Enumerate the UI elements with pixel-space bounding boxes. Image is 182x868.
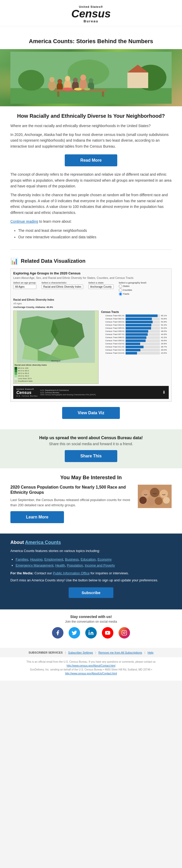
legend-item: Less than 20.0 xyxy=(14,377,97,380)
linkedin-icon[interactable] xyxy=(85,627,97,639)
facebook-icon[interactable] xyxy=(52,627,63,639)
bar-row: Census Tract 002 01 53.8% xyxy=(101,317,169,320)
svg-rect-37 xyxy=(122,630,127,635)
subscriber-divider-1: | xyxy=(65,651,66,654)
continue-reading-link[interactable]: Continue reading xyxy=(10,219,38,223)
instagram-icon[interactable] xyxy=(119,627,130,639)
article-body-2: In 2020, Anchorage, Alaska had the top f… xyxy=(10,132,172,149)
bar-track xyxy=(126,327,160,330)
bar-track xyxy=(126,314,160,317)
bar-fill xyxy=(126,352,137,354)
census-footer-dept: U.S. Department of Commerce xyxy=(40,389,160,392)
legend-item: Insufficient data xyxy=(14,380,97,382)
bar-fill xyxy=(126,346,144,348)
about-education-link[interactable]: Education xyxy=(81,557,96,561)
viz-bars: Census Tracts Census Tract 001 01 65.1% … xyxy=(101,311,169,384)
svg-point-33 xyxy=(155,497,162,505)
about-topic-1-link[interactable]: Families xyxy=(16,557,28,561)
legend-label: 40.0 to 60.0 xyxy=(18,372,29,374)
youtube-icon[interactable] xyxy=(102,627,113,639)
about-income-link[interactable]: Income and Poverty xyxy=(85,563,115,567)
bar-row: Census Tract 012 01 30.0% xyxy=(101,349,169,351)
svg-point-2 xyxy=(18,70,44,91)
geo-counties-radio[interactable]: Counties xyxy=(119,288,147,292)
twitter-icon[interactable] xyxy=(69,627,80,639)
article-bullets: The most and least diverse neighborhoods… xyxy=(18,227,172,240)
help-link[interactable]: Help xyxy=(148,651,154,654)
state-value[interactable]: Anchorage County xyxy=(88,285,114,289)
characteristic-value[interactable]: Racial and Ethnic Diversity Index xyxy=(41,285,83,289)
bar-pct: 46.0% xyxy=(161,330,169,332)
read-more-button[interactable]: Read More xyxy=(65,154,117,166)
about-topic-1: Families, Housing, Employment, Business,… xyxy=(16,556,172,562)
about-housing-link[interactable]: Housing xyxy=(30,557,43,561)
share-subtext: Share this on social media and forward i… xyxy=(10,442,172,446)
svg-point-18 xyxy=(89,78,93,83)
learn-more-button[interactable]: Learn More xyxy=(10,511,64,523)
interested-image-svg xyxy=(138,485,172,508)
social-icons xyxy=(10,627,172,639)
bar-label: Census Tract 005 01 xyxy=(101,327,125,329)
download-icon[interactable]: ⬇ xyxy=(162,390,165,395)
legend-label: Less than 20.0 xyxy=(18,377,31,380)
geo-tracts-radio[interactable]: Tracts xyxy=(119,292,147,296)
disclaimer-link-2[interactable]: http://www.census.gov/AboutUs/Contact.ht… xyxy=(65,672,117,675)
map-placeholder: Montague xyxy=(13,311,98,363)
census-footer-bar: United States® Census U.S. Census Bureau… xyxy=(13,386,169,399)
svg-text:Montague: Montague xyxy=(51,360,61,362)
bar-row: Census Tract 001 01 65.1% xyxy=(101,314,169,317)
email-wrapper: United States® Census Bureau America Cou… xyxy=(0,0,182,681)
svg-point-24 xyxy=(84,88,90,90)
about-economy-link[interactable]: Economy xyxy=(97,557,112,561)
bar-fill xyxy=(126,317,152,320)
age-group-value[interactable]: All Ages xyxy=(13,285,36,289)
about-media: For the Media: Contact our Public Inform… xyxy=(10,571,172,575)
about-emergency-link[interactable]: Emergency Management xyxy=(16,563,53,567)
interested-article: 2020 Census Population Counts for Nearly… xyxy=(10,485,172,523)
about-health-link[interactable]: Health xyxy=(55,563,65,567)
hero-image-inner xyxy=(0,49,182,106)
interested-article-body: Last September, the Census Bureau releas… xyxy=(10,497,134,507)
legend-label: 60.0 to 80.0 xyxy=(18,370,29,372)
bar-row: Census Tract 013 01 23.5% xyxy=(101,352,169,354)
map-svg: Montague xyxy=(13,311,98,363)
subscriber-settings-link[interactable]: Subscriber Settings xyxy=(68,651,93,654)
geo-states-radio[interactable]: States xyxy=(119,285,147,288)
geography-control: Select a geography level: States Countie… xyxy=(119,281,147,296)
about-employment-link[interactable]: Employment xyxy=(44,557,63,561)
bar-track xyxy=(126,317,160,320)
about-subscribe-text: Don't miss an America Counts story! Use … xyxy=(10,578,172,582)
about-business-link[interactable]: Business xyxy=(65,557,79,561)
bar-track xyxy=(126,343,160,345)
disclaimer: This is an official email from the U.S. … xyxy=(0,657,182,681)
disclaimer-text-2: GovDelivery, Inc. sending on behalf of t… xyxy=(30,668,152,671)
bar-track xyxy=(126,324,160,327)
disclaimer-link-1[interactable]: http://www.census.gov/About/Contact.html xyxy=(66,664,115,667)
bar-pct: 65.1% xyxy=(161,314,169,317)
article-body-5: Continue reading to learn more about: xyxy=(10,219,172,224)
bar-track xyxy=(126,339,160,342)
subscribe-button[interactable]: Subscribe xyxy=(69,587,114,598)
about-pio-link[interactable]: Public Information Office xyxy=(53,571,89,575)
about-topics-list: Families, Housing, Employment, Business,… xyxy=(16,556,172,569)
share-this-button[interactable]: Share This xyxy=(65,450,117,462)
legend-items: 80.0 to 100 60.0 to 80.0 40.0 to 60.0 20… xyxy=(14,367,97,382)
bar-row: Census Tract 011 01 36.7% xyxy=(101,346,169,348)
section-divider xyxy=(10,249,172,250)
bar-fill xyxy=(126,330,148,333)
remove-subscriptions-link[interactable]: Remove me from All Subscriptions xyxy=(98,651,142,654)
about-population-link[interactable]: Population xyxy=(67,563,83,567)
bar-row: Census Tract 009 01 40.6% xyxy=(101,339,169,342)
bar-label: Census Tract 012 01 xyxy=(101,349,125,351)
view-data-viz-button[interactable]: View Data Viz xyxy=(62,407,120,419)
data-viz-header: 📊 Related Data Visualization xyxy=(10,257,172,265)
bar-pct: 52.0% xyxy=(161,327,169,329)
subscribe-container: Subscribe xyxy=(10,587,172,598)
about-title-link[interactable]: America Counts xyxy=(25,540,61,545)
legend-label: Insufficient data xyxy=(18,380,32,382)
viz-box-title: Exploring Age Groups in the 2020 Census xyxy=(13,271,169,275)
svg-point-30 xyxy=(160,490,168,498)
read-more-container: Read More xyxy=(10,154,172,166)
bar-label: Census Tract 008 01 xyxy=(101,336,125,339)
bar-label: Census Tract 002 01 xyxy=(101,317,125,320)
